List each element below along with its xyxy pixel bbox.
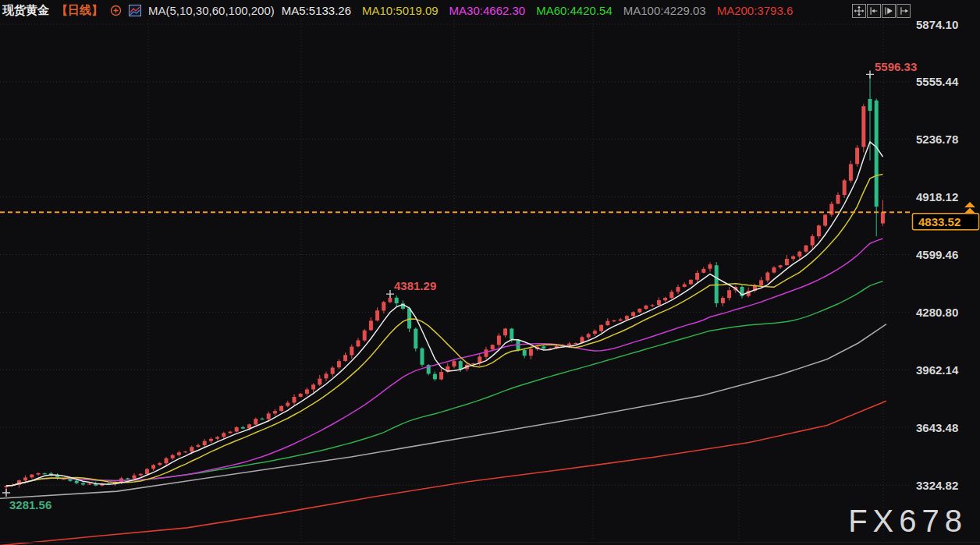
ma200-line bbox=[0, 401, 886, 545]
ma-legend-item: MA200:3793.6 bbox=[717, 4, 794, 17]
candle-body bbox=[311, 384, 315, 389]
candle-body bbox=[177, 452, 181, 455]
candle-body bbox=[567, 344, 571, 345]
candle-body bbox=[593, 331, 597, 334]
ma5-line bbox=[6, 142, 882, 486]
auto-scroll-icon[interactable] bbox=[882, 4, 896, 18]
circle-plus-icon[interactable] bbox=[110, 5, 122, 16]
candle-body bbox=[343, 355, 347, 361]
candle-body bbox=[267, 413, 271, 419]
candle-body bbox=[337, 361, 341, 367]
candle-body bbox=[75, 481, 79, 483]
candle-body bbox=[503, 328, 507, 335]
move-chart-icon[interactable] bbox=[852, 4, 866, 18]
candle-body bbox=[331, 368, 335, 374]
y-axis-label: 3643.48 bbox=[916, 421, 958, 434]
candle-body bbox=[715, 265, 719, 303]
candle-body bbox=[861, 106, 865, 147]
candle-body bbox=[721, 298, 725, 303]
candle-body bbox=[811, 236, 815, 246]
candle-body bbox=[587, 334, 591, 337]
indicator-chart-icon[interactable] bbox=[129, 5, 141, 16]
ma-group-label: MA(5,10,30,60,100,200) bbox=[148, 4, 275, 17]
candle-body bbox=[855, 148, 859, 165]
candle-body bbox=[868, 99, 872, 111]
candle-body bbox=[695, 273, 699, 280]
candle-body bbox=[215, 437, 219, 438]
candle-body bbox=[389, 298, 392, 303]
candle-body bbox=[605, 321, 609, 325]
candle-body bbox=[395, 298, 399, 303]
candle-body bbox=[689, 280, 693, 285]
candle-body bbox=[529, 349, 533, 356]
candle-body bbox=[701, 269, 705, 273]
candle-body bbox=[325, 373, 328, 378]
candle-body bbox=[293, 397, 296, 402]
ma10-line bbox=[6, 174, 882, 486]
candle-body bbox=[369, 320, 373, 330]
candle-body bbox=[235, 427, 239, 431]
candle-body bbox=[727, 290, 731, 298]
candle-body bbox=[485, 349, 488, 356]
candle-body bbox=[165, 458, 169, 463]
candle-body bbox=[676, 287, 680, 292]
candle-body bbox=[804, 246, 808, 252]
candle-body bbox=[644, 306, 648, 309]
candle-body bbox=[497, 335, 501, 345]
candle-body bbox=[612, 320, 616, 321]
candle-body bbox=[209, 439, 213, 441]
candle-body bbox=[663, 298, 667, 300]
candle-body bbox=[43, 473, 47, 474]
y-axis-label: 5555.44 bbox=[916, 75, 959, 88]
candle-body bbox=[183, 451, 187, 452]
candle-body bbox=[375, 310, 379, 320]
candle-body bbox=[414, 329, 417, 349]
go-to-end-icon[interactable] bbox=[897, 4, 911, 18]
candle-body bbox=[363, 331, 367, 341]
candle-body bbox=[791, 257, 795, 259]
candle-body bbox=[62, 479, 66, 480]
candle-body bbox=[453, 361, 456, 366]
candle-body bbox=[785, 259, 789, 265]
candle-body bbox=[657, 300, 661, 305]
last-price-value: 4833.52 bbox=[918, 215, 960, 228]
candle-body bbox=[145, 469, 149, 474]
ma30-line bbox=[6, 239, 882, 486]
candle-body bbox=[241, 427, 245, 429]
candle-body bbox=[254, 419, 257, 424]
bottom-divider bbox=[0, 542, 980, 543]
candle-body bbox=[637, 309, 641, 313]
candle-body bbox=[433, 374, 437, 380]
candle-body bbox=[158, 463, 162, 465]
y-axis-label: 4280.80 bbox=[916, 306, 958, 319]
candle-body bbox=[279, 406, 283, 411]
symbol-name: 现货黄金 bbox=[2, 3, 49, 18]
candle-body bbox=[881, 212, 885, 223]
candle-body bbox=[683, 285, 687, 287]
price-annotation: 3281.56 bbox=[9, 498, 51, 511]
candle-body bbox=[651, 305, 655, 306]
candle-body bbox=[357, 340, 360, 346]
go-to-start-icon[interactable] bbox=[867, 4, 881, 18]
candle-body bbox=[37, 473, 41, 475]
candle-body bbox=[197, 445, 201, 447]
candle-body bbox=[599, 325, 603, 331]
chart-header: 现货黄金 【日线】 MA(5,10,30,60,100,200) MA5:513… bbox=[0, 0, 980, 20]
candle-body bbox=[843, 180, 847, 195]
candle-body bbox=[849, 164, 853, 180]
period-label: 【日线】 bbox=[56, 3, 103, 18]
price-annotation: 5596.33 bbox=[875, 60, 917, 73]
candle-body bbox=[765, 273, 769, 281]
price-annotation: 4381.29 bbox=[394, 279, 436, 292]
candle-body bbox=[875, 101, 879, 207]
candle-body bbox=[69, 479, 73, 480]
extreme-cross-marker bbox=[2, 489, 10, 497]
y-axis-label: 5236.78 bbox=[916, 133, 958, 146]
candle-body bbox=[139, 474, 143, 476]
ma-legend-item: MA30:4662.30 bbox=[449, 4, 526, 17]
ma-legend: MA5:5133.26MA10:5019.09MA30:4662.30MA60:… bbox=[282, 4, 804, 17]
candle-body bbox=[669, 292, 673, 298]
price-up-arrow-icon bbox=[964, 202, 975, 214]
candlestick-chart[interactable]: 5874.105555.445236.784918.124599.464280.… bbox=[0, 0, 980, 545]
candle-body bbox=[491, 345, 495, 349]
